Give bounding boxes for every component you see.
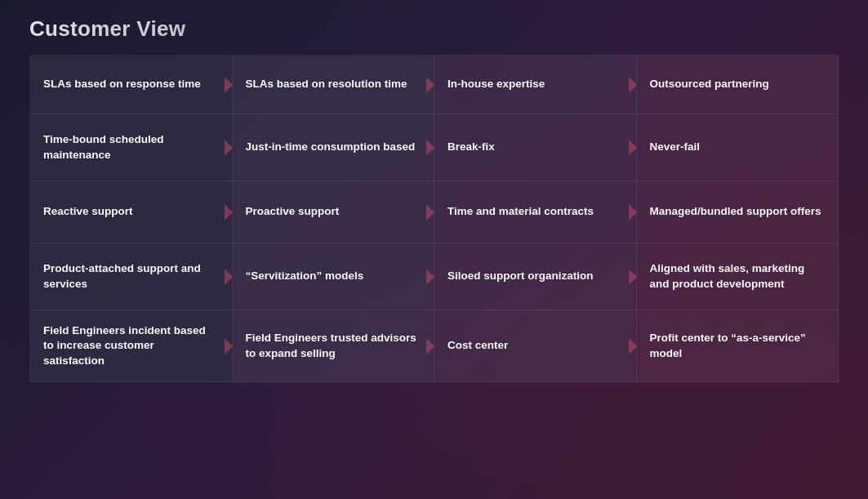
cell-text-r3-c2: Proactive support [246,204,340,219]
cell-text-r1-c3: In-house expertise [447,77,545,91]
arrow-r5-c2 [426,338,434,354]
arrow-r4-c3 [629,269,637,285]
grid-cell-r5-c3: Cost center [434,310,637,382]
grid-cell-r2-c3: Break-fix [434,114,637,181]
grid-cell-r1-c2: SLAs based on resolution time [233,56,435,114]
cell-text-r2-c1: Time-bound scheduled maintenance [43,132,219,162]
cell-text-r1-c4: Outsourced partnering [650,77,769,91]
arrow-r5-c3 [629,338,637,354]
cell-text-r4-c3: Siloed support organization [447,269,594,283]
grid-cell-r1-c4: Outsourced partnering [637,56,839,114]
grid-cell-r4-c3: Siloed support organization [434,243,637,310]
grid-cell-r5-c4: Profit center to “as-a-service” model [637,310,839,382]
cell-text-r3-c4: Managed/bundled support offers [650,204,821,219]
arrow-r3-c2 [426,204,434,221]
cell-text-r2-c3: Break-fix [447,140,495,154]
cell-text-r5-c4: Profit center to “as-a-service” model [650,331,826,360]
arrow-r2-c1 [225,140,233,156]
grid-cell-r4-c1: Product-attached support and services [30,243,233,310]
grid: SLAs based on response timeSLAs based on… [29,55,839,382]
grid-cell-r5-c1: Field Engineers incident based to increa… [30,310,233,382]
grid-cell-r2-c2: Just-in-time consumption based [233,114,435,181]
header: Customer View [0,0,868,50]
arrow-r4-c2 [426,269,434,285]
cell-text-r3-c3: Time and material contracts [447,204,594,219]
grid-cell-r2-c1: Time-bound scheduled maintenance [30,114,233,181]
cell-text-r5-c1: Field Engineers incident based to increa… [43,323,219,368]
cell-text-r4-c1: Product-attached support and services [43,261,219,291]
cell-text-r4-c2: “Servitization” models [246,269,364,283]
cell-text-r2-c4: Never-fail [650,140,701,154]
grid-cell-r5-c2: Field Engineers trusted advisors to expa… [233,310,435,382]
arrow-r1-c1 [225,77,233,93]
arrow-r1-c2 [426,77,434,93]
grid-cell-r3-c2: Proactive support [233,181,435,243]
grid-cell-r1-c1: SLAs based on response time [30,56,233,114]
grid-cell-r3-c1: Reactive support [30,181,233,243]
arrow-r5-c1 [225,338,233,354]
cell-text-r5-c3: Cost center [447,338,508,353]
grid-cell-r4-c2: “Servitization” models [233,243,435,310]
grid-cell-r4-c4: Aligned with sales, marketing and produc… [637,243,839,310]
arrow-r3-c1 [225,204,233,221]
cell-text-r4-c4: Aligned with sales, marketing and produc… [650,261,826,291]
cell-text-r2-c2: Just-in-time consumption based [246,140,416,154]
arrow-r3-c3 [629,204,637,221]
grid-cell-r2-c4: Never-fail [637,114,839,181]
arrow-r2-c3 [629,140,637,156]
cell-text-r1-c1: SLAs based on response time [43,77,201,91]
grid-cell-r1-c3: In-house expertise [434,56,637,114]
table-container: SLAs based on response timeSLAs based on… [0,55,868,382]
cell-text-r3-c1: Reactive support [43,204,133,219]
arrow-r1-c3 [629,77,637,93]
arrow-r2-c2 [426,140,434,156]
arrow-r4-c1 [225,269,233,285]
cell-text-r5-c2: Field Engineers trusted advisors to expa… [246,331,421,360]
page-title: Customer View [29,16,839,42]
grid-cell-r3-c3: Time and material contracts [434,181,637,243]
grid-cell-r3-c4: Managed/bundled support offers [637,181,839,243]
cell-text-r1-c2: SLAs based on resolution time [246,77,407,91]
page-container: Customer View SLAs based on response tim… [0,0,868,499]
